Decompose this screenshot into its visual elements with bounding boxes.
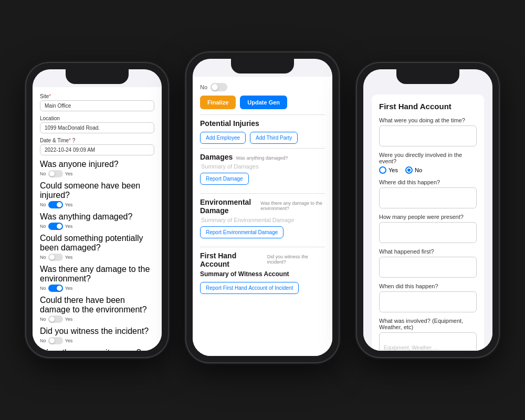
phone-3-inner: First Hand Account What were you doing a… [363,69,492,351]
q-could-injured-toggle-row: No Yes [40,201,154,208]
no-radio[interactable] [405,166,413,174]
q-injured: Was anyone injured? No Yes [40,160,154,177]
q-potentially-damaged-no: No [40,255,46,260]
no-label: No [200,84,207,90]
site-input[interactable]: Main Office [40,100,154,111]
phone-2-inner: No Finalize Update Gen Potential Injurie… [193,59,332,356]
first-hand-subtitle: Did you witness the incident? [267,254,325,265]
when-happened-label: When did this happen? [379,283,477,289]
no-toggle-row: No [200,83,325,91]
update-gen-button[interactable]: Update Gen [240,96,287,109]
no-label: No [415,167,422,173]
divider-1 [200,114,325,115]
divider-4 [200,247,325,247]
phone-1-notch [66,69,129,84]
q-could-env-toggle[interactable] [48,316,63,323]
q-injured-no: No [40,171,46,176]
add-third-party-button[interactable]: Add Third Party [250,132,298,144]
add-buttons-row: Add Employee Add Third Party [200,132,325,144]
q-potentially-damaged-yes: Yes [65,255,73,260]
damages-title: Damages [200,153,233,161]
what-involved-label: What was involved? (Equipment, Weather, … [379,318,477,330]
doing-at-time-label: What were you doing at the time? [379,117,477,123]
site-field-group: Site* Main Office [40,93,154,111]
q-could-injured-no: No [40,202,46,207]
phone-1: Site* Main Office Location 1099 MacDonal… [26,63,168,357]
site-label: Site* [40,93,154,99]
witness-summary-title: Summary of Witness Account [200,270,325,278]
where-happened-input[interactable] [379,187,477,208]
q-could-env-no: No [40,317,46,322]
q-injured-toggle[interactable] [48,170,63,177]
q-damaged-toggle[interactable] [48,223,63,230]
location-field-group: Location 1099 MacDonald Road. [40,116,154,133]
q-potentially-damaged: Could something potentially been damaged… [40,234,154,261]
report-env-damage-button[interactable]: Report Environmental Damage [200,226,284,238]
add-employee-button[interactable]: Add Employee [200,132,246,144]
q-could-injured-label: Could someone have been injured? [40,181,154,200]
q-witness-row: No Yes [40,337,154,344]
phone-3-screen: First Hand Account What were you doing a… [363,69,492,351]
datetime-label: Date & Time* ? [40,138,154,143]
env-damage-subtitle: Was there any damage to the environment? [260,201,325,211]
q-env-damage-toggle[interactable] [48,285,63,292]
report-first-hand-button[interactable]: Report First Hand Account of Incident [200,282,299,294]
q-witness-no: No [40,338,46,343]
what-happened-first-input[interactable] [379,257,477,278]
doing-at-time-input[interactable] [379,125,477,146]
location-input[interactable]: 1099 MacDonald Road. [40,122,154,133]
what-involved-input[interactable]: Equipment, Weather, ... [379,332,477,351]
q-injured-yes: Yes [65,171,73,176]
action-buttons-row: Finalize Update Gen [200,96,325,109]
directly-involved-radio-row: Yes No [379,166,477,174]
q-could-injured-toggle[interactable] [48,201,63,208]
q-witnesses-label: Were there any witnesses? [40,348,154,351]
q-potentially-damaged-toggle[interactable] [48,254,63,261]
q-potentially-damaged-label: Could something potentially been damaged… [40,234,154,253]
damages-subtitle: Was anything damaged? [236,155,288,161]
q-injured-toggle-row: No Yes [40,170,154,177]
where-happened-label: Where did this happen? [379,179,477,185]
yes-radio[interactable] [379,166,386,174]
no-toggle[interactable] [211,83,227,91]
q-witness-toggle[interactable] [48,337,63,344]
when-happened-input[interactable] [379,291,477,312]
q-could-env: Could there have been damage to the envi… [40,296,154,323]
yes-label: Yes [388,167,398,173]
q-env-damage-no: No [40,286,46,291]
yes-option[interactable]: Yes [379,166,398,174]
phone-2-notch [231,59,294,74]
q-could-injured: Could someone have been injured? No Yes [40,181,154,208]
phone-1-screen: Site* Main Office Location 1099 MacDonal… [33,69,162,351]
scene: Site* Main Office Location 1099 MacDonal… [10,10,514,410]
q-could-env-label: Could there have been damage to the envi… [40,296,154,314]
datetime-input[interactable]: 2022-10-24 09:09 AM [40,144,154,155]
q-potentially-damaged-row: No Yes [40,254,154,261]
what-involved-placeholder: Equipment, Weather, ... [384,345,438,351]
finalize-button[interactable]: Finalize [200,96,236,109]
q-damaged-toggle-row: No Yes [40,223,154,230]
divider-2 [200,148,325,149]
report-damage-button[interactable]: Report Damage [200,173,249,185]
phone-1-inner: Site* Main Office Location 1099 MacDonal… [33,69,162,351]
damages-summary: Summary of Damages [200,163,325,170]
phone-2-screen: No Finalize Update Gen Potential Injurie… [193,59,332,356]
q-env-damage: Was there any damage to the environment?… [40,265,154,292]
q-witness-yes: Yes [65,338,73,343]
damages-header: Damages Was anything damaged? [200,153,325,161]
q-damaged: Was anything damaged? No Yes [40,212,154,230]
env-damage-title: Environmental Damage [200,198,257,215]
q-damaged-no: No [40,224,46,229]
location-label: Location [40,116,154,121]
phone-2: No Finalize Update Gen Potential Injurie… [186,52,339,362]
datetime-field-group: Date & Time* ? 2022-10-24 09:09 AM [40,138,154,155]
q-witnesses: Were there any witnesses? No Yes [40,348,154,351]
first-hand-title: First Hand Account [200,251,264,268]
no-option[interactable]: No [405,166,422,174]
env-damage-header: Environmental Damage Was there any damag… [200,198,325,215]
env-damage-summary: Summary of Environmental Damage [200,217,325,223]
how-many-people-input[interactable] [379,222,477,243]
q-injured-label: Was anyone injured? [40,160,154,169]
divider-3 [200,193,325,194]
q-could-env-yes: Yes [65,317,73,322]
